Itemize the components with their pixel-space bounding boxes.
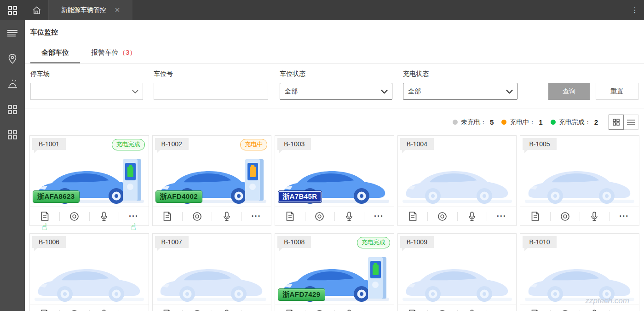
more-actions-button[interactable]: ··· ☝ — [487, 305, 516, 311]
monitor-button[interactable]: ☝ — [59, 305, 89, 311]
microphone-icon — [223, 212, 230, 221]
parking-lot-select[interactable] — [30, 83, 143, 100]
monitor-button[interactable]: ☝ — [305, 305, 334, 311]
sidebar-item-location[interactable] — [6, 53, 18, 65]
home-button[interactable] — [25, 0, 49, 20]
more-icon: ··· — [129, 214, 138, 219]
monitor-button[interactable]: ☝ — [427, 305, 457, 311]
spot-id-tag: B-1006 — [32, 236, 66, 248]
monitor-button[interactable]: ☝ — [550, 305, 580, 311]
document-icon — [409, 212, 417, 221]
monitor-button[interactable]: ☝ — [182, 207, 212, 225]
spot-id-tag: B-1001 — [32, 138, 66, 150]
document-icon — [41, 212, 49, 221]
car-illustration — [400, 253, 515, 304]
charge-status-select[interactable]: 全部 — [403, 83, 518, 100]
spot-number-input[interactable] — [154, 83, 268, 100]
more-actions-button[interactable]: ··· ☝ — [610, 305, 639, 311]
more-actions-button[interactable]: ··· ☝ — [364, 207, 393, 225]
microphone-button[interactable]: ☝ — [89, 305, 119, 311]
record-document-button[interactable]: ☝ — [275, 207, 305, 225]
monitor-button[interactable]: ☝ — [550, 207, 580, 225]
more-actions-button[interactable]: ··· ☝ — [119, 207, 148, 225]
card-actions: ☝ ☝ ☝ ··· ☝ — [520, 207, 639, 225]
app-launcher-button[interactable] — [0, 0, 25, 20]
microphone-button[interactable]: ☝ — [457, 207, 487, 225]
microphone-button[interactable]: ☝ — [212, 207, 241, 225]
card-actions: ☝ ☝ ☝ ··· ☝ — [275, 207, 394, 225]
query-button[interactable]: 查询 — [548, 83, 590, 100]
spot-id-tag: B-1010 — [523, 236, 556, 248]
microphone-button[interactable]: ☝ — [457, 305, 487, 311]
parking-spot-card: B-1009 — [397, 233, 517, 311]
record-document-button[interactable]: ☝ — [520, 305, 550, 311]
microphone-icon — [345, 212, 353, 221]
record-document-button[interactable]: ☝ — [30, 207, 59, 225]
record-document-button[interactable]: ☝ — [275, 305, 305, 311]
card-actions: ☝ ☝ ☝ ··· ☝ — [398, 207, 517, 225]
more-actions-button[interactable]: ··· ☝ — [487, 207, 516, 225]
more-actions-button[interactable]: ··· ☝ — [610, 207, 639, 225]
watermark: zzptech.com — [586, 296, 629, 305]
tab-all-spots[interactable]: 全部车位 — [30, 43, 80, 63]
chevron-down-icon — [506, 89, 513, 93]
microphone-icon — [345, 310, 353, 311]
more-actions-button[interactable]: ··· ☝ — [119, 305, 148, 311]
license-plate: 浙AFD4002 — [155, 190, 202, 203]
sidebar-item-menu[interactable] — [6, 28, 18, 40]
monitor-button[interactable]: ☝ — [427, 207, 457, 225]
alarm-siren-icon — [7, 80, 17, 89]
monitor-button[interactable]: ☝ — [182, 305, 212, 311]
microphone-button[interactable]: ☝ — [334, 305, 364, 311]
cards-grid: B-1001 充电完成 — [25, 135, 644, 311]
car-illustration — [154, 253, 269, 304]
record-document-button[interactable]: ☝ — [520, 207, 550, 225]
record-document-button[interactable]: ☝ — [153, 305, 182, 311]
sidebar-item-alarm[interactable] — [6, 78, 18, 90]
spot-number-label: 车位号 — [154, 70, 268, 78]
microphone-icon — [591, 212, 598, 221]
sidebar-item-apps-2[interactable] — [6, 129, 18, 141]
spot-id-tag: B-1003 — [277, 138, 311, 150]
open-tab-vehicle-control[interactable]: 新能源车辆管控 ✕ — [49, 0, 132, 20]
microphone-button[interactable]: ☝ — [212, 305, 241, 311]
car-illustration — [522, 156, 637, 206]
monitor-button[interactable]: ☝ — [305, 207, 334, 225]
microphone-button[interactable]: ☝ — [580, 207, 609, 225]
chevron-down-icon — [132, 90, 138, 93]
charge-status-badge: 充电中 — [240, 139, 267, 150]
parking-spot-card: B-1008 充电完成 — [275, 233, 394, 311]
microphone-button[interactable]: ☝ — [334, 207, 364, 225]
tab-alarm-spots[interactable]: 报警车位（3） — [80, 43, 147, 63]
charge-status-label: 充电状态 — [403, 70, 518, 78]
license-plate: 浙AFA8623 — [33, 190, 80, 203]
microphone-icon — [223, 310, 230, 311]
record-document-button[interactable]: ☝ — [398, 305, 427, 311]
more-icon: ··· — [252, 214, 261, 219]
gray-dot-icon — [453, 120, 458, 125]
app-grid-icon — [8, 105, 17, 114]
grid-view-button[interactable] — [609, 115, 624, 130]
spot-id-tag: B-1005 — [523, 138, 556, 150]
list-view-button[interactable] — [623, 115, 638, 130]
record-document-button[interactable]: ☝ — [153, 207, 182, 225]
more-actions-button[interactable]: ··· ☝ — [242, 207, 271, 225]
monitor-button[interactable]: ☝ — [59, 207, 89, 225]
more-menu-icon[interactable]: ⋮ — [626, 0, 644, 20]
sidebar-item-apps[interactable] — [6, 104, 18, 115]
card-actions: ☝ ☝ ☝ ··· ☝ — [398, 305, 517, 311]
alarm-count-badge: （3） — [119, 48, 136, 56]
record-document-button[interactable]: ☝ — [398, 207, 427, 225]
reset-button[interactable]: 重置 — [596, 83, 638, 100]
close-tab-icon[interactable]: ✕ — [115, 6, 121, 14]
record-document-button[interactable]: ☝ — [30, 305, 59, 311]
card-actions: ☝ ☝ ☝ ··· ☝ — [153, 207, 271, 225]
more-actions-button[interactable]: ··· ☝ — [242, 305, 271, 311]
microphone-button[interactable]: ☝ — [89, 207, 119, 225]
page-title: 车位监控 — [25, 20, 644, 43]
more-actions-button[interactable]: ··· ☝ — [364, 305, 393, 311]
monitor-disc-icon — [192, 212, 202, 221]
microphone-button[interactable]: ☝ — [580, 305, 609, 311]
tap-hand-icon: ☝ — [131, 221, 136, 232]
spot-status-select[interactable]: 全部 — [280, 83, 392, 100]
